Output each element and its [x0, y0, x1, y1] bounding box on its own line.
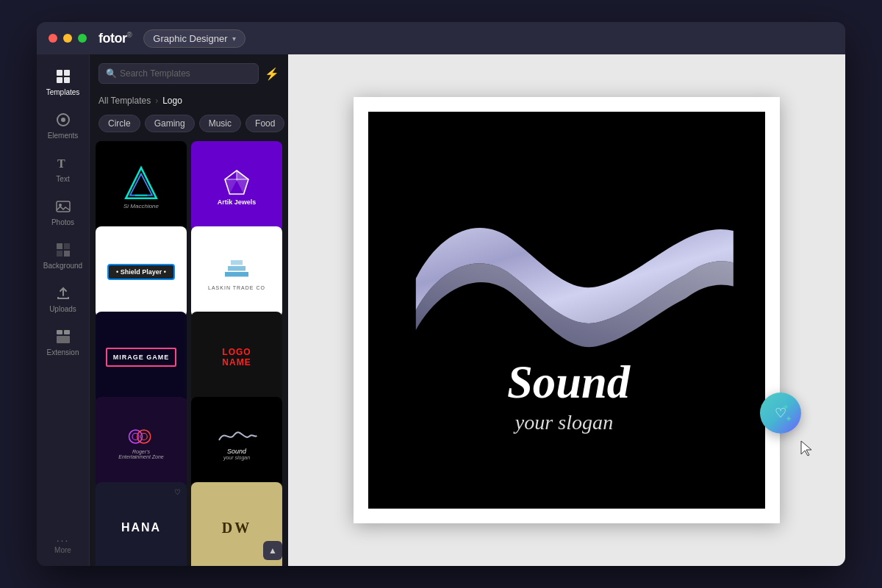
templates-label: Templates: [46, 88, 80, 96]
svg-text:T: T: [57, 157, 65, 170]
breadcrumb-all-templates[interactable]: All Templates: [98, 96, 151, 106]
svg-text:Sound: Sound: [507, 356, 631, 408]
svg-point-5: [61, 118, 65, 122]
canvas-inner[interactable]: Sound your slogan: [368, 112, 765, 509]
cat-tab-food[interactable]: Food: [245, 115, 284, 132]
app-window: fotor® Graphic Designer ▾ Temp: [37, 22, 845, 566]
window-controls: [49, 34, 87, 43]
scroll-to-top[interactable]: ▲: [263, 541, 282, 560]
designer-badge[interactable]: Graphic Designer ▾: [143, 29, 245, 48]
cat-tab-music[interactable]: Music: [199, 115, 241, 132]
sidebar-item-photos[interactable]: Photos: [37, 190, 89, 234]
svg-marker-20: [237, 171, 248, 181]
svg-rect-2: [57, 77, 62, 83]
sidebar-item-templates[interactable]: Templates: [37, 60, 89, 104]
svg-rect-3: [64, 77, 70, 83]
svg-point-31: [140, 434, 147, 440]
template-card[interactable]: • Shield Player •: [96, 226, 187, 318]
templates-icon: [54, 68, 72, 85]
maximize-button[interactable]: [78, 34, 87, 43]
svg-rect-26: [228, 266, 245, 270]
more-dots: ···: [54, 534, 71, 546]
sidebar-item-background[interactable]: Background: [37, 234, 89, 277]
category-tabs: Circle Gaming Music Food Tech ›: [90, 112, 288, 138]
close-button[interactable]: [49, 34, 57, 43]
templates-panel: 🔍 ⚡ All Templates › Logo Circle Gaming M…: [90, 54, 288, 566]
svg-rect-11: [57, 251, 62, 257]
uploads-icon: [54, 284, 72, 302]
canvas-wrapper: Sound your slogan: [354, 97, 780, 523]
search-input-wrap: 🔍: [98, 63, 259, 84]
search-input[interactable]: [98, 63, 259, 84]
sparkle-icon: ✦: [782, 402, 789, 412]
svg-rect-1: [64, 70, 70, 76]
svg-rect-9: [57, 243, 62, 249]
sidebar-item-uploads[interactable]: Uploads: [37, 277, 89, 320]
svg-rect-25: [225, 272, 248, 276]
main-content: Templates Elements T Text: [37, 54, 845, 566]
app-logo: fotor®: [98, 31, 132, 46]
text-label: Text: [56, 175, 69, 183]
more-item[interactable]: ··· More: [49, 528, 77, 560]
sparkle-icon-2: ✦: [785, 414, 792, 424]
breadcrumb: All Templates › Logo: [90, 93, 288, 112]
canvas-area: Sound your slogan ✦ ♡ ✦: [288, 54, 845, 566]
designer-label: Graphic Designer: [153, 33, 227, 44]
breadcrumb-separator: ›: [155, 96, 158, 106]
photos-icon: [54, 198, 72, 215]
filter-icon[interactable]: ⚡: [265, 67, 279, 81]
uploads-label: Uploads: [49, 305, 76, 313]
minimize-button[interactable]: [63, 34, 72, 43]
background-icon: [54, 241, 72, 259]
template-card[interactable]: Artik Jewels: [191, 141, 282, 232]
search-icon: 🔍: [106, 68, 117, 79]
template-card[interactable]: Si Macchione: [96, 141, 187, 232]
sidebar-item-elements[interactable]: Elements: [37, 104, 89, 147]
sidebar-item-extension[interactable]: Extension: [37, 320, 89, 364]
elements-icon: [54, 111, 72, 129]
sidebar-item-text[interactable]: T Text: [37, 147, 89, 190]
breadcrumb-current: Logo: [162, 96, 182, 106]
template-card[interactable]: LOGO NAME: [191, 312, 282, 403]
svg-rect-14: [64, 330, 70, 334]
template-card[interactable]: HANA ♡: [96, 482, 187, 566]
text-icon: T: [54, 154, 72, 172]
background-label: Background: [43, 262, 82, 270]
photos-label: Photos: [51, 218, 74, 226]
extension-icon: [54, 328, 72, 345]
extension-label: Extension: [47, 348, 79, 356]
favorite-fab[interactable]: ✦ ♡ ✦: [760, 392, 801, 434]
cat-tab-gaming[interactable]: Gaming: [145, 115, 195, 132]
svg-rect-0: [57, 70, 62, 76]
elements-label: Elements: [48, 132, 79, 140]
template-card[interactable]: Sound your slogan: [191, 397, 282, 488]
title-bar: fotor® Graphic Designer ▾: [37, 22, 845, 54]
template-card[interactable]: MIRAGE GAME: [96, 312, 187, 403]
search-bar: 🔍 ⚡: [90, 54, 288, 93]
svg-text:your slogan: your slogan: [513, 411, 613, 434]
svg-rect-27: [231, 260, 243, 265]
svg-rect-12: [64, 251, 70, 257]
chevron-down-icon: ▾: [232, 35, 236, 43]
svg-rect-13: [57, 330, 62, 334]
templates-grid: Si Macchione Artik Jew: [90, 138, 288, 566]
icon-sidebar: Templates Elements T Text: [37, 54, 90, 566]
svg-rect-15: [57, 336, 70, 343]
template-card[interactable]: LASKIN TRADE CO: [191, 226, 282, 318]
more-label: More: [54, 546, 71, 554]
title-bar-content: fotor® Graphic Designer ▾: [98, 29, 833, 48]
cursor: [800, 440, 814, 457]
cat-tab-circle[interactable]: Circle: [98, 115, 140, 132]
template-card[interactable]: Roger'sEntertainment Zone: [96, 397, 187, 488]
svg-rect-10: [64, 243, 70, 249]
